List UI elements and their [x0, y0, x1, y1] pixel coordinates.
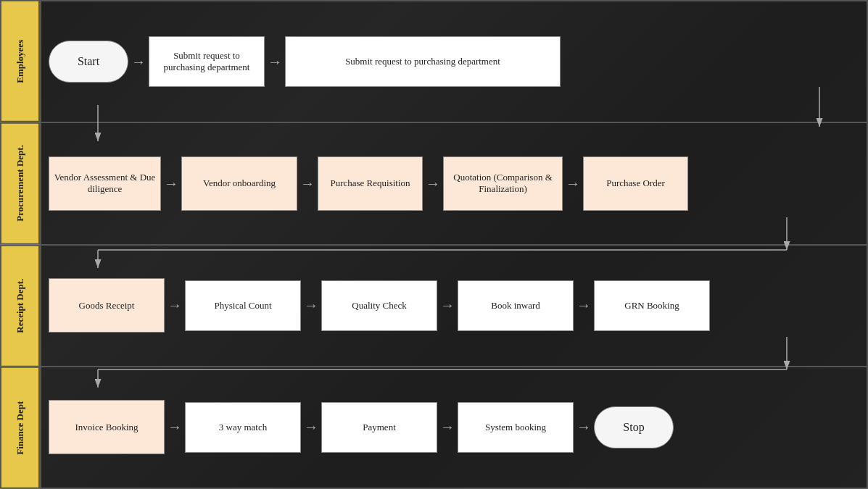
- lanes-area: Start Submit request to purchasing depar…: [40, 0, 868, 489]
- node-purchase-req: Purchase Requisition: [318, 156, 423, 211]
- arrow-pr-quot: [423, 175, 443, 192]
- node-goods-receipt: Goods Receipt: [49, 278, 165, 333]
- lane-labels: Employees Procurement Dept. Receipt Dept…: [0, 0, 40, 489]
- arrow-3wm-pay: [301, 419, 321, 435]
- lane-receipt: Goods Receipt Physical Count Quality Che…: [41, 246, 867, 367]
- arrow-ib-3wm: [165, 419, 185, 435]
- node-purchase-order: Purchase Order: [583, 156, 688, 211]
- arrow-pay-sb: [437, 419, 458, 435]
- node-3way-match: 3 way match: [185, 402, 301, 453]
- node-stop: Stop: [594, 406, 674, 448]
- employees-flow: Start Submit request to purchasing depar…: [49, 36, 859, 87]
- node-submit1: Submit request to purchasing department: [149, 36, 265, 87]
- arrow-gr-pc: [165, 297, 185, 314]
- lane-label-procurement: Procurement Dept.: [0, 122, 40, 245]
- arrow-vo-pr: [297, 175, 318, 192]
- node-quotation: Quotation (Comparison & Finalization): [443, 156, 563, 211]
- node-vendor-assess: Vendor Assessment & Due diligence: [49, 156, 161, 211]
- node-system-booking: System booking: [458, 402, 574, 453]
- node-quality-check: Quality Check: [321, 280, 437, 331]
- node-vendor-onboard: Vendor onboarding: [181, 156, 297, 211]
- arrow-bi-grn: [574, 297, 594, 314]
- node-start: Start: [49, 41, 128, 83]
- arrow-submit1-submit2: [265, 54, 285, 70]
- lane-label-finance: Finance Dept: [0, 367, 40, 489]
- node-grn-booking: GRN Booking: [594, 280, 710, 331]
- arrow-pc-qc: [301, 297, 321, 314]
- finance-flow: Invoice Booking 3 way match Payment Syst…: [49, 400, 859, 454]
- lane-employees: Start Submit request to purchasing depar…: [41, 1, 867, 123]
- lane-label-employees: Employees: [0, 0, 40, 122]
- arrow-quot-po: [563, 175, 583, 192]
- node-book-inward: Book inward: [458, 280, 574, 331]
- node-physical-count: Physical Count: [185, 280, 301, 331]
- lane-finance: Invoice Booking 3 way match Payment Syst…: [41, 367, 867, 488]
- arrow-sb-stop: [574, 419, 594, 435]
- arrow-va-vo: [161, 175, 181, 192]
- diagram-container: Employees Procurement Dept. Receipt Dept…: [0, 0, 868, 489]
- lane-procurement: Vendor Assessment & Due diligence Vendor…: [41, 123, 867, 245]
- node-submit2: Submit request to purchasing department: [285, 36, 561, 87]
- procurement-flow: Vendor Assessment & Due diligence Vendor…: [49, 156, 859, 211]
- arrow-start-submit1: [128, 54, 149, 70]
- receipt-flow: Goods Receipt Physical Count Quality Che…: [49, 278, 859, 333]
- node-payment: Payment: [321, 402, 437, 453]
- node-invoice-booking: Invoice Booking: [49, 400, 165, 454]
- arrow-qc-bi: [437, 297, 458, 314]
- lane-label-receipt: Receipt Dept.: [0, 245, 40, 367]
